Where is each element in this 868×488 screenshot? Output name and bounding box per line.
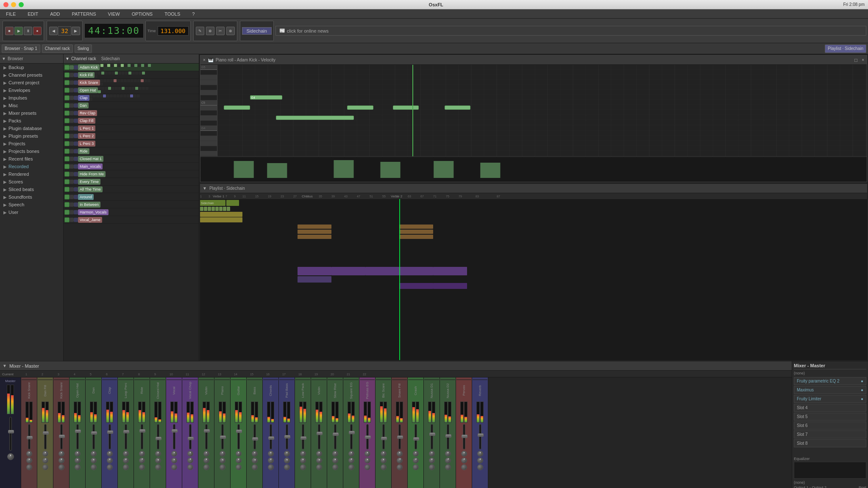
mixer-channel-21[interactable]: Square EG — [343, 377, 359, 488]
mixer-channel-18[interactable]: Low Pack — [295, 377, 311, 488]
ch-mute-btn[interactable] — [64, 88, 70, 93]
channel-row-clap-fill[interactable]: Clap Fill — [64, 117, 199, 125]
channel-row-in-between[interactable]: In Between — [64, 201, 199, 208]
ch-instrument-btn[interactable]: Clap — [78, 95, 89, 101]
send2-8[interactable] — [139, 464, 145, 470]
mixer-channel-29[interactable]: Reverb — [472, 377, 488, 488]
ch-mute-btn[interactable] — [64, 210, 70, 215]
ch-env-btn[interactable] — [74, 65, 78, 69]
mixer-channel-1[interactable]: Kick Snare — [21, 377, 37, 488]
fx-slot-3[interactable]: Fruity Limiter ● — [794, 395, 866, 403]
piano-note-6[interactable] — [445, 105, 470, 110]
pan-13[interactable] — [220, 451, 225, 457]
piano-key-a4[interactable] — [200, 116, 217, 121]
ch-instrument-btn[interactable]: Clap Fill — [78, 118, 95, 124]
ch-instrument-btn[interactable]: Kick Fill — [78, 72, 95, 78]
browser-item-soundfonts[interactable]: ▶ Soundfonts — [0, 193, 63, 201]
fader-8[interactable] — [139, 429, 145, 433]
ch-mute-btn[interactable] — [64, 95, 70, 100]
piano-roll-close[interactable]: × — [203, 58, 206, 62]
send-13[interactable] — [220, 458, 225, 463]
browser-item-plugin-presets[interactable]: ▶ Plugin presets — [0, 132, 63, 140]
ch-instrument-btn[interactable]: Closed Hat 1 — [78, 156, 103, 162]
send2-27[interactable] — [445, 464, 451, 470]
send2-16[interactable] — [268, 464, 274, 470]
mixer-channel-17[interactable]: Pad Bass — [279, 377, 295, 488]
ch-env-btn[interactable] — [74, 195, 78, 199]
pan-1[interactable] — [26, 451, 32, 457]
ch-env-btn[interactable] — [74, 119, 78, 123]
channel-row-around[interactable]: Around — [64, 193, 199, 201]
browser-item-recorded[interactable]: ▶ Recorded — [0, 163, 63, 170]
browser-item-projects[interactable]: ▶ Projects — [0, 140, 63, 147]
pan-15[interactable] — [252, 451, 258, 457]
ch-solo-btn[interactable] — [70, 157, 74, 161]
send-29[interactable] — [477, 458, 483, 463]
mixer-channel-5[interactable]: Dan — [86, 377, 102, 488]
menu-options[interactable]: OPTIONS — [129, 11, 156, 17]
fx-slot-8[interactable]: Slot 8 — [794, 439, 866, 447]
fader-4[interactable] — [75, 430, 81, 433]
send2-22[interactable] — [364, 464, 370, 470]
send-6[interactable] — [107, 458, 113, 463]
ch-env-btn[interactable] — [74, 202, 78, 207]
minimize-button[interactable] — [11, 2, 16, 7]
send-24[interactable] — [397, 458, 403, 463]
send-27[interactable] — [445, 458, 451, 463]
send-25[interactable] — [413, 458, 419, 463]
send2-29[interactable] — [477, 464, 483, 470]
ch-instrument-btn[interactable]: Harmon_Vocals — [78, 209, 108, 215]
pan-4[interactable] — [75, 451, 81, 457]
tool-1[interactable]: ✎ — [196, 27, 204, 35]
ch-solo-btn[interactable] — [70, 80, 74, 85]
pan-29[interactable] — [477, 451, 483, 457]
pan-25[interactable] — [413, 451, 419, 457]
browser-item-projects-bones[interactable]: ▶ Projects bones — [0, 147, 63, 155]
mixer-channel-22[interactable]: Petruss EG — [359, 377, 376, 488]
ch-instrument-btn[interactable]: Rev Clap — [78, 110, 97, 116]
fader-14[interactable] — [236, 430, 242, 433]
fx-slot-4[interactable]: Slot 4 — [794, 404, 866, 412]
mixer-channel-15[interactable]: Bass — [247, 377, 263, 488]
browser-item-user[interactable]: ▶ User — [0, 208, 63, 216]
send-9[interactable] — [155, 458, 161, 463]
send2-21[interactable] — [348, 464, 354, 470]
ch-mute-btn[interactable] — [64, 65, 70, 70]
pan-18[interactable] — [300, 451, 306, 457]
ch-mute-btn[interactable] — [64, 118, 70, 123]
fader-18[interactable] — [300, 436, 306, 440]
browser-item-packs[interactable]: ▶ Packs — [0, 117, 63, 125]
fader-17[interactable] — [284, 435, 290, 438]
ch-mute-btn[interactable] — [64, 111, 70, 116]
piano-key-ab4[interactable] — [200, 121, 217, 126]
ch-solo-btn[interactable] — [70, 126, 74, 130]
fader-19[interactable] — [317, 432, 323, 435]
ch-env-btn[interactable] — [74, 180, 78, 184]
send2-5[interactable] — [91, 464, 97, 470]
channel-row-adam-kick[interactable]: Adam Kick — [64, 64, 199, 71]
channel-row-l-perc-3[interactable]: L Perc 3 — [64, 140, 199, 147]
fader-5[interactable] — [91, 431, 97, 435]
send2-25[interactable] — [413, 464, 419, 470]
tool-2[interactable]: ⊕ — [206, 27, 214, 35]
pattern-prev[interactable]: ◀ — [49, 27, 58, 35]
mixer-channel-16[interactable]: Chords — [263, 377, 279, 488]
fader-26[interactable] — [429, 433, 435, 436]
fx-slot-7[interactable]: Slot 7 — [794, 430, 866, 438]
menu-help[interactable]: ? — [189, 11, 197, 17]
channel-row-ride[interactable]: Ride — [64, 147, 199, 155]
fader-15[interactable] — [252, 437, 258, 441]
pan-2[interactable] — [42, 451, 48, 457]
send2-26[interactable] — [429, 464, 435, 470]
ch-solo-btn[interactable] — [70, 88, 74, 92]
channel-row-harmon-vocals[interactable]: Harmon_Vocals — [64, 208, 199, 216]
send-8[interactable] — [139, 458, 145, 463]
browser-item-mixer-presets[interactable]: ▶ Mixer presets — [0, 109, 63, 117]
send2-15[interactable] — [252, 464, 258, 470]
send2-6[interactable] — [107, 464, 113, 470]
pan-23[interactable] — [381, 451, 387, 457]
ch-solo-btn[interactable] — [70, 187, 74, 191]
send-20[interactable] — [332, 458, 338, 463]
browser-toggle[interactable]: Browser · Snap 1 — [2, 44, 40, 53]
ch-solo-btn[interactable] — [70, 119, 74, 123]
